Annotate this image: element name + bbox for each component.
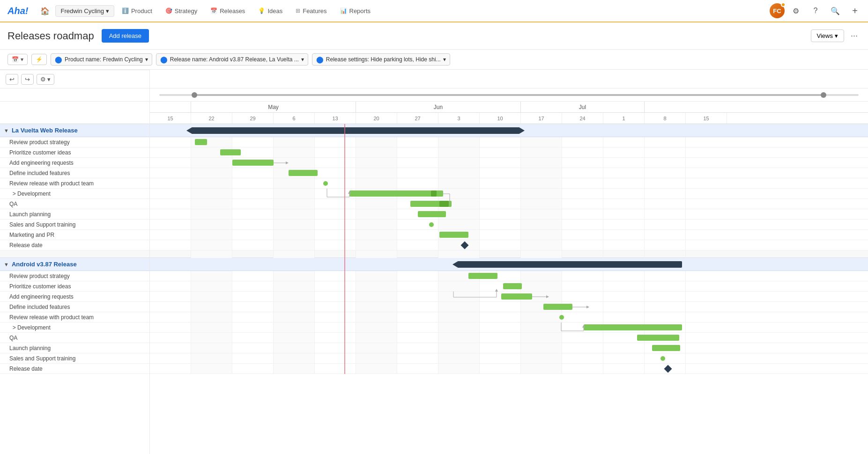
task-bar[interactable] <box>543 304 572 310</box>
task-row: Launch planning <box>0 343 149 353</box>
task-bar[interactable] <box>220 149 241 155</box>
range-handle-left[interactable] <box>192 92 197 98</box>
logo[interactable]: Aha! <box>5 6 31 16</box>
subheader-right: Views ▾ ··· <box>811 29 861 43</box>
nav-tab-ideas[interactable]: 💡 Ideas <box>252 5 288 17</box>
chevron-down-icon: ▾ <box>443 56 446 63</box>
views-label: Views <box>817 32 833 39</box>
product-dropdown[interactable]: Fredwin Cycling ▾ <box>55 5 114 17</box>
task-dot <box>430 212 435 217</box>
task-bar-qa2[interactable] <box>637 335 679 341</box>
task-bar-launch2[interactable] <box>652 345 680 351</box>
collapse-icon: ▼ <box>4 262 9 267</box>
dep-arrow <box>529 292 553 302</box>
gantt-task-row <box>150 168 868 178</box>
dep-bracket <box>511 312 604 334</box>
gantt-toolbar: ↩ ↪ ⚙ ▾ <box>0 70 149 88</box>
arrow-left <box>186 128 191 133</box>
views-button[interactable]: Views ▾ <box>811 29 844 42</box>
task-bar-marketing[interactable] <box>439 232 468 238</box>
date-13: 13 <box>315 113 356 124</box>
release-filter-icon: ⬤ <box>160 56 168 63</box>
nav-tab-ideas-label: Ideas <box>267 7 282 15</box>
gear-settings-button[interactable]: ⚙ ▾ <box>37 74 54 85</box>
search-button[interactable]: 🔍 <box>827 2 844 19</box>
task-bar[interactable] <box>232 160 274 166</box>
avatar-button[interactable]: FC <box>770 3 785 18</box>
nav-tab-features[interactable]: ⊞ Features <box>290 5 332 17</box>
release-header-android[interactable]: ▼ Android v3.87 Release <box>0 258 149 271</box>
product-filter-icon: ⬤ <box>55 56 62 63</box>
task-bar[interactable] <box>195 139 207 145</box>
settings-filter-label: Release settings: Hide parking lots, Hid… <box>326 56 441 63</box>
task-row: Review product strategy <box>0 271 149 281</box>
task-dot <box>660 356 665 361</box>
svg-marker-5 <box>546 295 549 298</box>
nav-tab-releases[interactable]: 📅 Releases <box>205 5 251 17</box>
settings-filter-tag[interactable]: ⬤ Release settings: Hide parking lots, H… <box>312 53 450 66</box>
task-row: Sales and Support training <box>0 220 149 230</box>
gantt-task-row <box>150 178 868 189</box>
add-release-button[interactable]: Add release <box>102 29 149 43</box>
add-button[interactable]: + <box>846 2 863 19</box>
date-17: 17 <box>521 113 562 124</box>
settings-filter-icon: ⬤ <box>316 56 324 63</box>
svg-marker-8 <box>582 325 585 328</box>
nav-tab-strategy[interactable]: 🎯 Strategy <box>160 5 203 17</box>
task-row: Define included features <box>0 302 149 312</box>
right-gantt-panel[interactable]: May Jun Jul 15 22 29 6 13 20 27 3 10 17 … <box>150 70 868 454</box>
nav-tab-strategy-label: Strategy <box>175 7 197 15</box>
gantt-chart: May Jun Jul 15 22 29 6 13 20 27 3 10 17 … <box>150 70 868 374</box>
redo-button[interactable]: ↪ <box>21 74 34 85</box>
gantt-task-row <box>150 189 868 199</box>
notification-badge <box>781 2 786 7</box>
nav-tab-reports[interactable]: 📊 Reports <box>334 5 377 17</box>
gantt-task-row <box>150 240 868 250</box>
range-handle-right[interactable] <box>821 92 826 98</box>
more-options-button[interactable]: ··· <box>848 29 861 43</box>
date-15: 15 <box>150 113 191 124</box>
task-row: > Development <box>0 189 149 199</box>
gantt-body <box>150 124 868 374</box>
calendar-filter-button[interactable]: 📅 ▾ <box>7 54 28 65</box>
gantt-task-row <box>150 343 868 353</box>
chevron-down-icon: ▾ <box>145 56 148 63</box>
task-row: Define included features <box>0 168 149 178</box>
task-row: Sales and Support training <box>0 353 149 364</box>
gantt-task-row <box>150 333 868 343</box>
undo-button[interactable]: ↩ <box>6 74 18 85</box>
dependency-bracket-r2 <box>403 250 515 302</box>
task-row: Review release with product team <box>0 178 149 189</box>
strategy-icon: 🎯 <box>165 7 172 14</box>
range-track[interactable] <box>159 94 859 96</box>
gantt-task-row <box>150 292 868 302</box>
task-row: Prioritize customer ideas <box>0 281 149 292</box>
dependency-bracket <box>276 178 370 200</box>
nav-tab-product[interactable]: ℹ️ Product <box>116 5 158 17</box>
help-button[interactable]: ? <box>807 2 824 19</box>
settings-button[interactable]: ⚙ <box>787 2 804 19</box>
gantt-task-row <box>150 137 868 147</box>
release-filter-tag[interactable]: ⬤ Release name: Android v3.87 Release, L… <box>156 53 308 66</box>
product-filter-tag[interactable]: ⬤ Product name: Fredwin Cycling ▾ <box>51 53 152 66</box>
home-button[interactable]: 🏠 <box>37 2 53 19</box>
release-header-lavuelta[interactable]: ▼ La Vuelta Web Release <box>0 124 149 137</box>
chevron-down-icon: ▾ <box>47 76 51 83</box>
task-row: QA <box>0 199 149 209</box>
date-20: 20 <box>356 113 397 124</box>
task-row: Prioritize customer ideas <box>0 147 149 158</box>
range-spacer <box>0 88 149 102</box>
gantt-task-row <box>150 220 868 230</box>
filter-icon-button[interactable]: ⚡ <box>31 54 47 65</box>
gantt-release-header-1 <box>150 124 868 137</box>
task-row: Release date <box>0 240 149 250</box>
gantt-task-row <box>150 158 868 168</box>
product-icon: ℹ️ <box>122 7 129 14</box>
gantt-task-row <box>150 312 868 322</box>
milestone-diamond[interactable] <box>461 242 469 249</box>
release-bar-lavuelta[interactable] <box>191 127 520 134</box>
milestone-diamond-2[interactable] <box>664 365 672 373</box>
chevron-down-icon: ▾ <box>21 56 23 63</box>
task-bar[interactable] <box>289 170 318 176</box>
date-3: 3 <box>438 113 480 124</box>
